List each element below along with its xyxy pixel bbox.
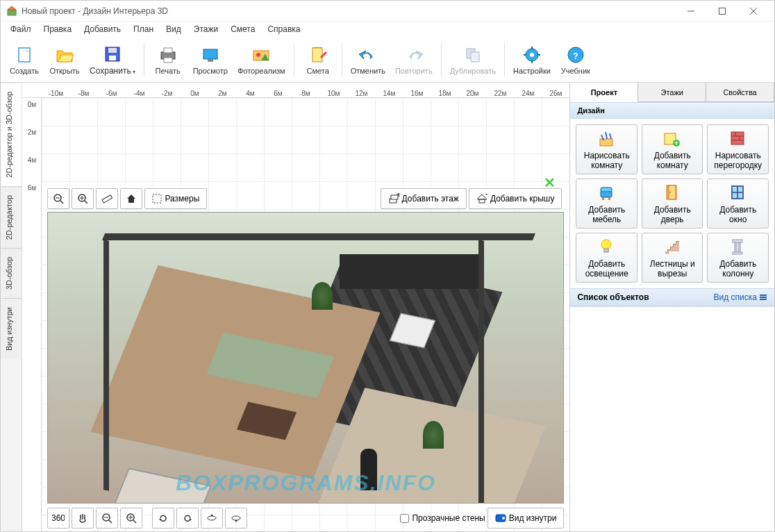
vertical-tabs: 2D-редактор и 3D-обзор 2D-редактор 3D-об… — [1, 83, 22, 532]
vtab-3d[interactable]: 3D-обзор — [1, 248, 22, 298]
svg-rect-19 — [312, 48, 322, 62]
svg-point-77 — [669, 192, 671, 193]
svg-rect-10 — [109, 56, 116, 60]
toolbar-print[interactable]: Печать — [149, 40, 188, 79]
3d-preview[interactable]: BOXPROGRAMS.INFO — [47, 212, 564, 504]
right-panel: Проект Этажи Свойства Дизайн Нарисоватьк… — [569, 83, 774, 532]
menu-edit[interactable]: Правка — [38, 22, 78, 36]
menu-estimate[interactable]: Смета — [225, 22, 260, 36]
zoom-out-button[interactable] — [47, 188, 69, 209]
toolbar-estimate[interactable]: Смета — [299, 40, 338, 79]
view-360-button[interactable]: 360 — [47, 508, 69, 529]
btn-draw-partition[interactable]: Нарисоватьперегородку — [707, 124, 769, 174]
inside-view-button[interactable]: Вид изнутри — [488, 508, 565, 529]
svg-rect-6 — [19, 48, 30, 62]
toolbar-settings[interactable]: Настройки — [509, 40, 555, 79]
svg-point-58 — [232, 516, 240, 520]
toolbar-preview[interactable]: Просмотр — [189, 40, 232, 79]
zoom-in-3d-button[interactable] — [120, 508, 142, 529]
svg-line-34 — [85, 201, 88, 203]
svg-line-48 — [109, 520, 112, 523]
svg-text:360: 360 — [52, 513, 65, 523]
app-icon — [6, 6, 17, 17]
vtab-2d[interactable]: 2D-редактор — [1, 186, 22, 248]
svg-rect-39 — [153, 194, 161, 203]
svg-rect-89 — [760, 297, 767, 298]
btn-add-furniture[interactable]: Добавитьмебель — [576, 178, 638, 228]
svg-rect-13 — [164, 58, 172, 63]
menu-plan[interactable]: План — [128, 22, 159, 36]
svg-point-23 — [530, 53, 534, 57]
menu-file[interactable]: Файл — [5, 22, 37, 36]
vtab-inside[interactable]: Вид изнутри — [1, 298, 22, 359]
btn-add-window[interactable]: Добавитьокно — [707, 178, 769, 228]
svg-rect-83 — [735, 242, 740, 253]
toolbar-create[interactable]: Создать — [5, 40, 44, 79]
dimensions-button[interactable]: Размеры — [144, 188, 207, 209]
object-list[interactable] — [570, 306, 774, 532]
zoom-in-button[interactable] — [72, 188, 94, 209]
svg-rect-21 — [471, 52, 479, 62]
add-floor-button[interactable]: +Добавить этаж — [381, 188, 467, 209]
svg-rect-15 — [208, 59, 213, 62]
pan-button[interactable] — [72, 508, 94, 529]
minimize-button[interactable] — [675, 1, 706, 21]
tilt-down-button[interactable] — [225, 508, 247, 529]
btn-add-door[interactable]: Добавитьдверь — [642, 178, 703, 228]
vtab-2d-3d[interactable]: 2D-редактор и 3D-обзор — [1, 83, 22, 186]
svg-text:+: + — [674, 138, 679, 147]
ruler-vertical: 0м2м4м6м — [22, 98, 42, 532]
menu-help[interactable]: Справка — [262, 22, 306, 36]
close-button[interactable] — [738, 1, 769, 21]
toolbar-redo: Повторить — [391, 40, 437, 79]
svg-rect-9 — [108, 48, 117, 53]
toolbar-help[interactable]: ?Учебник — [556, 40, 595, 79]
home-button[interactable] — [120, 188, 142, 209]
right-tabs: Проект Этажи Свойства — [570, 83, 774, 102]
svg-rect-73 — [602, 197, 604, 200]
svg-point-61 — [502, 517, 505, 519]
svg-rect-0 — [8, 10, 16, 15]
zoom-out-3d-button[interactable] — [96, 508, 118, 529]
measure-button[interactable] — [96, 188, 118, 209]
svg-point-56 — [208, 516, 216, 520]
toolbar-photorealism[interactable]: Фотореализм — [233, 40, 290, 79]
svg-text:?: ? — [573, 51, 578, 61]
toolbar-open[interactable]: Открыть — [45, 40, 84, 79]
window-title: Новый проект - Дизайн Интерьера 3D — [22, 6, 675, 16]
rotate-left-button[interactable] — [152, 508, 174, 529]
svg-marker-38 — [127, 194, 135, 203]
main-toolbar: Создать Открыть Сохранить▾ Печать Просмо… — [1, 37, 774, 83]
tilt-up-button[interactable] — [201, 508, 223, 529]
menu-view[interactable]: Вид — [160, 22, 187, 36]
add-roof-button[interactable]: +Добавить крышу — [469, 188, 562, 209]
svg-line-31 — [60, 201, 63, 203]
svg-text:+: + — [397, 193, 399, 199]
svg-rect-66 — [731, 132, 744, 144]
transparent-walls-checkbox[interactable]: Прозрачные стены — [400, 513, 485, 523]
svg-rect-14 — [203, 49, 217, 59]
canvas[interactable]: ✕ Размеры +Добавить этаж +Добавить крышу — [42, 98, 569, 532]
rtab-properties[interactable]: Свойства — [706, 83, 774, 101]
svg-rect-85 — [733, 252, 742, 254]
toolbar-save[interactable]: Сохранить▾ — [85, 40, 140, 79]
svg-marker-57 — [210, 514, 213, 516]
toolbar-undo[interactable]: Отменить — [347, 40, 390, 79]
btn-add-room[interactable]: +Добавитькомнату — [642, 124, 703, 174]
list-view-link[interactable]: Вид списка — [714, 292, 767, 302]
rotate-right-button[interactable] — [176, 508, 199, 529]
btn-add-column[interactable]: Добавитьколонну — [707, 233, 769, 283]
btn-add-lighting[interactable]: Добавитьосвещение — [576, 233, 638, 283]
btn-draw-room[interactable]: Нарисоватькомнату — [576, 124, 638, 174]
svg-line-51 — [133, 520, 136, 523]
svg-rect-62 — [600, 139, 612, 146]
section-objects-header: Список объектов Вид списка — [570, 288, 774, 306]
menu-floors[interactable]: Этажи — [188, 22, 224, 36]
btn-stairs[interactable]: Лестницы ивырезы — [642, 233, 703, 283]
rtab-project[interactable]: Проект — [570, 83, 638, 102]
svg-rect-37 — [102, 195, 112, 203]
maximize-button[interactable] — [706, 1, 738, 21]
svg-point-81 — [601, 240, 611, 249]
rtab-floors[interactable]: Этажи — [638, 83, 706, 101]
menu-add[interactable]: Добавить — [78, 22, 126, 36]
